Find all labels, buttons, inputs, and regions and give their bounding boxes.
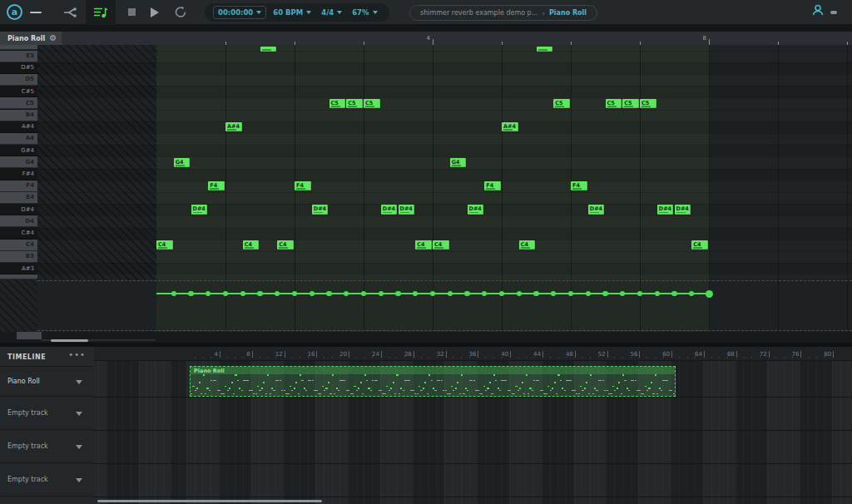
velocity-dot[interactable] — [326, 291, 331, 296]
midi-note[interactable]: F4 — [295, 181, 311, 191]
gear-icon[interactable]: ⚙ — [49, 34, 57, 42]
piano-key-A#4[interactable]: A#4 — [0, 121, 37, 133]
midi-note[interactable]: G4 — [450, 158, 467, 168]
piano-key-C4[interactable]: C4 — [0, 240, 37, 251]
piano-key-C#4[interactable]: C#4 — [0, 228, 37, 240]
midi-note[interactable]: D#4 — [657, 205, 674, 215]
timeline-menu-icon[interactable]: ••• — [68, 350, 86, 359]
track-chevron-down-icon[interactable] — [76, 445, 82, 449]
midi-note[interactable]: D#4 — [312, 205, 329, 215]
piano-roll-editor-icon[interactable] — [86, 0, 116, 25]
breadcrumb-project-name[interactable]: shimmer reverb example demo p... — [420, 9, 537, 17]
piano-key-G#4[interactable]: G#4 — [0, 145, 37, 156]
midi-note[interactable]: C5 — [606, 99, 622, 109]
clip-title-bar[interactable]: Piano Roll — [191, 367, 675, 374]
midi-note[interactable]: D#4 — [381, 205, 398, 215]
breadcrumb-current-page[interactable]: Piano Roll — [549, 9, 587, 17]
piano-roll-ruler[interactable]: Piano Roll ⚙ 48 — [0, 32, 852, 45]
track-chevron-down-icon[interactable] — [76, 412, 82, 416]
breadcrumb[interactable]: shimmer reverb example demo p... › Piano… — [409, 5, 597, 21]
midi-note[interactable]: F4 — [208, 181, 225, 191]
midi-note[interactable]: D#4 — [191, 205, 208, 215]
midi-note[interactable]: D#4 — [468, 205, 484, 215]
timeline-ruler[interactable]: 48121620242832364044485256606468727680 — [94, 347, 852, 361]
velocity-dot[interactable] — [395, 291, 400, 296]
piano-key-C#5[interactable]: C#5 — [0, 86, 37, 97]
piano-key-B4[interactable]: B4 — [0, 110, 37, 121]
piano-key-B3[interactable]: B3 — [0, 251, 37, 263]
piano-key-A#3[interactable]: A#3 — [0, 263, 37, 274]
midi-note[interactable]: C4 — [519, 240, 536, 250]
midi-note[interactable]: C5 — [622, 99, 639, 109]
midi-note-partial[interactable] — [260, 47, 277, 52]
piano-roll-tab[interactable]: Piano Roll ⚙ — [0, 32, 62, 45]
velocity-dot[interactable] — [671, 291, 676, 296]
midi-note[interactable]: C4 — [433, 240, 449, 250]
track-row-empty-track[interactable]: Empty track — [0, 397, 94, 430]
timeline-bar-tick — [381, 351, 382, 358]
piano-key-D#5[interactable]: D#5 — [0, 62, 37, 74]
midi-note[interactable]: D#4 — [588, 205, 605, 215]
midi-note[interactable]: C5 — [329, 99, 346, 109]
user-account-icon[interactable] — [812, 4, 824, 16]
piano-roll-clip[interactable]: Piano Roll — [190, 366, 676, 397]
play-button[interactable] — [143, 0, 166, 25]
velocity-dot[interactable] — [533, 291, 538, 296]
piano-key-partial-bottom[interactable] — [0, 274, 37, 279]
midi-note[interactable]: C5 — [640, 99, 656, 109]
midi-note[interactable]: G4 — [174, 158, 191, 168]
piano-key-E4[interactable]: E4 — [0, 192, 37, 204]
piano-key-D4[interactable]: D4 — [0, 215, 37, 227]
midi-note[interactable]: C4 — [691, 240, 708, 250]
piano-key-E5[interactable]: E5 — [0, 51, 37, 62]
menu-icon[interactable] — [22, 0, 49, 25]
midi-note[interactable]: D#4 — [399, 205, 415, 215]
time-signature-dropdown[interactable]: 4/4 — [318, 8, 345, 17]
piano-roll-grid[interactable]: C4G4D#4F4A#4C4C4F4D#4C5C5C5D#4D#4C4C4G4D… — [0, 45, 852, 279]
midi-note[interactable]: A#4 — [502, 122, 518, 132]
bpm-dropdown[interactable]: 60 BPM — [270, 8, 315, 17]
zoom-dropdown[interactable]: 67% — [349, 8, 380, 17]
mini-note — [547, 386, 549, 388]
piano-key-partial-top[interactable] — [0, 45, 37, 50]
routing-icon[interactable] — [56, 0, 86, 25]
piano-key-F#4[interactable]: F#4 — [0, 169, 37, 180]
piano-key-C5[interactable]: C5 — [0, 97, 37, 109]
velocity-dot[interactable] — [706, 290, 713, 298]
velocity-lane[interactable] — [0, 279, 852, 332]
midi-note[interactable]: C5 — [364, 99, 380, 109]
track-row-empty-track[interactable]: Empty track — [0, 430, 94, 463]
velocity-dot[interactable] — [602, 291, 607, 296]
midi-note[interactable]: F4 — [484, 181, 501, 191]
midi-note[interactable]: A#4 — [225, 122, 242, 132]
track-chevron-down-icon[interactable] — [76, 380, 82, 384]
piano-key-D5[interactable]: D5 — [0, 74, 37, 86]
track-chevron-down-icon[interactable] — [76, 478, 82, 482]
track-row-empty-track[interactable]: Empty track — [0, 463, 94, 497]
midi-note[interactable]: C4 — [243, 240, 260, 250]
loop-button[interactable] — [166, 0, 195, 25]
velocity-dot[interactable] — [257, 291, 262, 296]
velocity-dot[interactable] — [464, 291, 469, 296]
midi-note[interactable]: C4 — [156, 240, 173, 250]
piano-key-A4[interactable]: A4 — [0, 133, 37, 145]
piano-roll-hscroll-thumb[interactable] — [51, 339, 88, 342]
midi-note[interactable]: C5 — [346, 99, 363, 109]
midi-note[interactable]: D#4 — [675, 205, 691, 215]
midi-note[interactable]: C4 — [277, 240, 294, 250]
timeline-hscroll-thumb[interactable] — [97, 500, 322, 502]
midi-note[interactable]: C5 — [553, 99, 570, 109]
midi-note[interactable]: C4 — [415, 240, 432, 250]
velocity-dot[interactable] — [188, 291, 193, 296]
timeline-arrangement-area[interactable]: 48121620242832364044485256606468727680 P… — [94, 347, 852, 504]
piano-roll-overview-strip[interactable] — [0, 25, 852, 32]
piano-key-D#4[interactable]: D#4 — [0, 204, 37, 215]
piano-key-F4[interactable]: F4 — [0, 180, 37, 192]
time-display[interactable]: 00:00:00 — [213, 6, 266, 19]
midi-note[interactable]: F4 — [571, 181, 587, 191]
piano-key-G4[interactable]: G4 — [0, 156, 37, 168]
midi-note-partial[interactable] — [537, 47, 553, 52]
app-logo-icon[interactable]: a — [7, 4, 22, 20]
track-row-piano-roll[interactable]: Piano Roll — [0, 367, 94, 397]
stop-button[interactable] — [121, 0, 143, 25]
